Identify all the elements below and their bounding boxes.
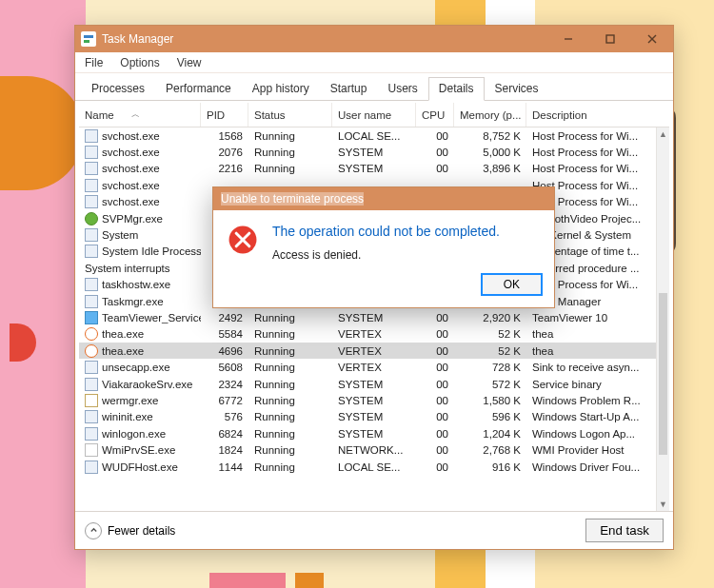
col-memory[interactable]: Memory (p... (454, 103, 526, 127)
cell-cpu: 00 (416, 163, 454, 174)
cell-status: Running (248, 411, 332, 422)
cell-pid: 1568 (201, 130, 248, 142)
menu-view[interactable]: View (175, 54, 204, 71)
menu-options[interactable]: Options (118, 54, 161, 71)
cell-status: Running (248, 345, 332, 357)
process-icon (85, 311, 98, 324)
process-icon (85, 295, 98, 308)
cell-pid: 4696 (201, 345, 248, 357)
table-row[interactable]: winlogon.exe6824RunningSYSTEM001,204 KWi… (79, 425, 669, 441)
cell-status: Running (248, 428, 332, 440)
cell-user: VERTEX (332, 345, 416, 357)
process-name: wermgr.exe (102, 395, 158, 406)
process-name: wininit.exe (102, 411, 153, 422)
table-row[interactable]: thea.exe5584RunningVERTEX0052 Kthea (79, 326, 669, 343)
cell-user: VERTEX (332, 328, 416, 340)
cell-cpu: 00 (416, 444, 454, 456)
ok-button[interactable]: OK (481, 273, 543, 296)
close-button[interactable] (631, 26, 673, 52)
window-title: Task Manager (102, 32, 173, 46)
cell-status: Running (248, 328, 332, 340)
cell-user: SYSTEM (332, 428, 416, 440)
cell-status: Running (248, 444, 332, 456)
scroll-up-button[interactable]: ▲ (657, 127, 669, 141)
process-list[interactable]: svchost.exe1568RunningLOCAL SE...008,752… (79, 127, 669, 511)
table-row[interactable]: TeamViewer_Service...2492RunningSYSTEM00… (79, 309, 669, 325)
titlebar[interactable]: Task Manager (75, 26, 673, 52)
process-icon (85, 146, 98, 159)
col-user[interactable]: User name (332, 103, 416, 127)
table-row[interactable]: svchost.exe2076RunningSYSTEM005,000 KHos… (79, 144, 669, 160)
cell-desc: WMI Provider Host (526, 444, 660, 456)
table-row[interactable]: thea.exe4696RunningVERTEX0052 Kthea (79, 343, 669, 359)
tab-services[interactable]: Services (485, 77, 549, 101)
cell-cpu: 00 (416, 395, 454, 406)
error-icon (227, 224, 259, 256)
process-name: thea.exe (102, 345, 144, 357)
menu-file[interactable]: File (83, 54, 105, 71)
cell-status: Running (248, 461, 332, 473)
scroll-thumb[interactable] (659, 293, 667, 455)
table-row[interactable]: WUDFHost.exe1144RunningLOCAL SE...00916 … (79, 459, 669, 475)
table-row[interactable]: ViakaraokeSrv.exe2324RunningSYSTEM00572 … (79, 376, 669, 392)
cell-pid: 2324 (201, 379, 248, 390)
cell-user: VERTEX (332, 362, 416, 373)
cell-mem: 2,920 K (454, 312, 526, 323)
cell-desc: Windows Problem R... (526, 395, 660, 406)
cell-user: NETWORK... (332, 444, 416, 456)
process-name: System interrupts (85, 263, 169, 274)
process-name: System (102, 229, 138, 241)
process-name: SVPMgr.exe (102, 213, 163, 225)
cell-cpu: 00 (416, 312, 454, 323)
scroll-down-button[interactable]: ▼ (657, 498, 669, 511)
cell-pid: 1144 (201, 461, 248, 473)
cell-pid: 2492 (201, 312, 248, 323)
process-icon (85, 327, 98, 341)
table-row[interactable]: unsecapp.exe5608RunningVERTEX00728 KSink… (79, 359, 669, 375)
process-name: WUDFHost.exe (102, 461, 178, 473)
process-name: svchost.exe (102, 180, 160, 191)
scrollbar[interactable]: ▲ ▼ (656, 127, 669, 511)
cell-pid: 1824 (201, 444, 248, 456)
cell-status: Running (248, 395, 332, 406)
process-icon (85, 344, 98, 358)
cell-desc: thea (526, 328, 660, 340)
tab-startup[interactable]: Startup (320, 77, 378, 101)
dialog-heading: The operation could not be completed. (272, 224, 500, 239)
col-cpu[interactable]: CPU (416, 103, 454, 127)
process-name: ViakaraokeSrv.exe (102, 379, 192, 390)
table-row[interactable]: wermgr.exe6772RunningSYSTEM001,580 KWind… (79, 392, 669, 408)
process-name: System Idle Process (102, 245, 201, 257)
tab-users[interactable]: Users (377, 77, 427, 101)
cell-desc: Service binary (526, 379, 660, 390)
col-status[interactable]: Status (248, 103, 332, 127)
cell-desc: Windows Logon Ap... (526, 428, 660, 440)
process-icon (85, 461, 98, 474)
col-pid[interactable]: PID (201, 103, 248, 127)
table-row[interactable]: svchost.exe2216RunningSYSTEM003,896 KHos… (79, 161, 669, 177)
table-row[interactable]: wininit.exe576RunningSYSTEM00596 KWindow… (79, 409, 669, 425)
maximize-button[interactable] (589, 26, 631, 52)
tab-processes[interactable]: Processes (81, 77, 155, 101)
table-row[interactable]: WmiPrvSE.exe1824RunningNETWORK...002,768… (79, 441, 669, 458)
cell-desc: Host Process for Wi... (526, 130, 660, 142)
minimize-button[interactable] (547, 26, 589, 52)
tab-details[interactable]: Details (428, 77, 485, 101)
cell-mem: 2,768 K (454, 444, 526, 456)
process-name: svchost.exe (102, 130, 160, 142)
fewer-details-button[interactable]: Fewer details (85, 522, 175, 539)
cell-desc: Windows Driver Fou... (526, 461, 660, 473)
col-desc[interactable]: Description (526, 103, 660, 127)
dialog-titlebar[interactable]: Unable to terminate process (213, 187, 554, 210)
end-task-button[interactable]: End task (585, 519, 664, 542)
process-name: winlogon.exe (102, 428, 166, 440)
cell-status: Running (248, 312, 332, 323)
tab-performance[interactable]: Performance (155, 77, 242, 101)
cell-desc: Host Process for Wi... (526, 163, 660, 174)
cell-mem: 1,204 K (454, 428, 526, 440)
tab-app-history[interactable]: App history (242, 77, 320, 101)
cell-user: SYSTEM (332, 411, 416, 422)
cell-mem: 728 K (454, 362, 526, 373)
col-name[interactable]: Name︿ (79, 103, 201, 127)
table-row[interactable]: svchost.exe1568RunningLOCAL SE...008,752… (79, 127, 669, 144)
